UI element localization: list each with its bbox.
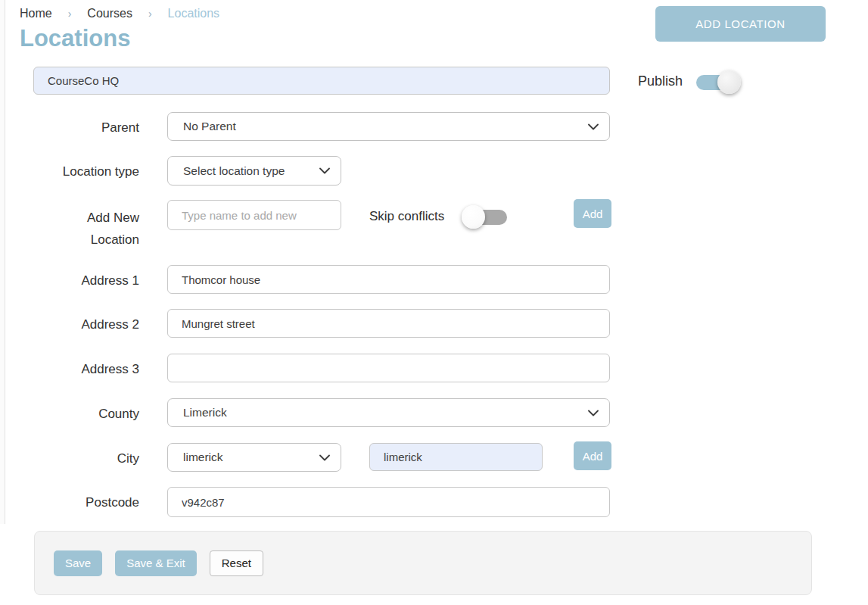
parent-label: Parent [0,120,139,136]
location-type-select-value: Select location type [183,164,285,178]
postcode-label: Postcode [0,495,139,510]
toggle-knob [717,70,741,94]
address-3-input[interactable] [167,354,610,382]
county-select-value: Limerick [183,406,227,419]
add-location-button[interactable]: ADD LOCATION [655,6,826,42]
address-2-label: Address 2 [0,317,139,332]
page-title: Locations [20,25,130,52]
location-name-input[interactable] [33,67,610,95]
breadcrumb-home[interactable]: Home [20,7,52,20]
add-new-location-add-button[interactable]: Add [574,199,611,228]
publish-label: Publish [638,73,683,89]
save-button[interactable]: Save [54,550,102,576]
parent-select[interactable]: No Parent [167,112,610,141]
address-2-input[interactable] [167,309,610,338]
save-and-exit-button[interactable]: Save & Exit [115,550,197,576]
breadcrumb-locations: Locations [168,7,220,20]
locations-page: Home › Courses › Locations Locations ADD… [0,0,868,605]
skip-conflicts-label: Skip conflicts [369,209,444,224]
city-select[interactable]: limerick [167,443,341,472]
chevron-right-icon: › [68,8,72,20]
location-type-select[interactable]: Select location type [167,156,341,186]
breadcrumb-courses[interactable]: Courses [87,7,132,20]
skip-conflicts-toggle[interactable] [466,210,507,225]
chevron-right-icon: › [148,8,152,20]
left-gutter-divider [0,0,5,524]
address-1-label: Address 1 [0,273,139,288]
city-label: City [0,451,139,466]
add-new-location-input[interactable] [167,200,341,230]
parent-select-value: No Parent [183,120,236,133]
chevron-down-icon [588,410,599,416]
address-3-label: Address 3 [0,362,139,377]
county-select[interactable]: Limerick [167,398,610,427]
chevron-down-icon [319,454,330,461]
add-new-location-label: Add New Location [56,207,139,251]
breadcrumb: Home › Courses › Locations [20,7,219,20]
county-label: County [0,407,139,422]
chevron-down-icon [588,123,599,130]
city-new-input[interactable] [369,443,543,471]
publish-toggle[interactable] [696,75,737,90]
postcode-input[interactable] [167,487,610,517]
city-add-button[interactable]: Add [574,441,611,470]
location-type-label: Location type [0,164,139,179]
address-1-input[interactable] [167,265,610,294]
toggle-knob [462,205,485,229]
chevron-down-icon [319,167,330,174]
city-select-value: limerick [183,451,223,464]
reset-button[interactable]: Reset [210,550,263,576]
form-actions-footer: Save Save & Exit Reset [34,531,812,595]
